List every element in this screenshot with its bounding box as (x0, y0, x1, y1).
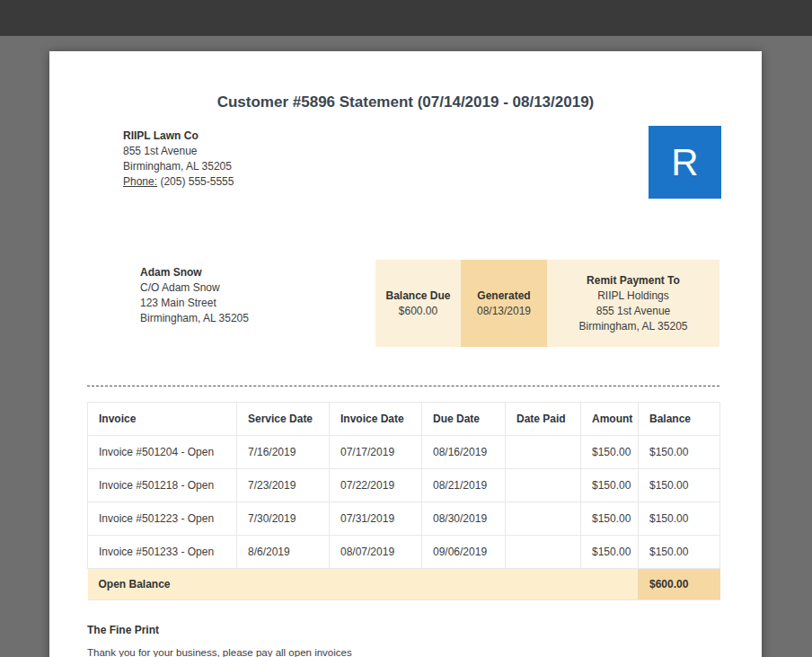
customer-name: Adam Snow (140, 265, 249, 280)
table-cell: 08/21/2019 (422, 469, 506, 502)
table-header-row: Invoice Service Date Invoice Date Due Da… (88, 403, 720, 436)
table-cell: 7/23/2019 (237, 469, 330, 502)
table-cell: 7/16/2019 (237, 436, 330, 469)
table-cell: 7/30/2019 (237, 502, 330, 536)
customer-care-of: C/O Adam Snow (140, 280, 249, 296)
table-cell: Invoice #501204 - Open (88, 436, 237, 469)
table-cell: 08/30/2019 (422, 502, 506, 536)
balance-due-label: Balance Due (385, 289, 450, 304)
table-row: Invoice #501218 - Open7/23/201907/22/201… (88, 469, 720, 502)
table-cell: $150.00 (581, 469, 639, 502)
viewer-background: { "document": { "title": "Customer #5896… (0, 0, 812, 657)
company-phone-line: Phone: (205) 555-5555 (123, 174, 234, 190)
table-cell: 08/16/2019 (422, 436, 506, 469)
column-header-date-paid: Date Paid (506, 403, 581, 436)
table-cell: $150.00 (639, 469, 720, 502)
column-header-service-date: Service Date (237, 403, 330, 436)
table-cell: 09/06/2019 (422, 536, 506, 569)
column-header-amount: Amount (581, 403, 639, 436)
table-cell (506, 436, 581, 469)
table-cell: $150.00 (639, 502, 720, 536)
table-cell: $150.00 (581, 502, 639, 536)
table-cell: Invoice #501223 - Open (88, 502, 237, 536)
table-cell: $150.00 (639, 536, 720, 569)
generated-label: Generated (477, 289, 530, 304)
table-cell (506, 502, 581, 536)
balance-due-cell: Balance Due $600.00 (375, 260, 461, 347)
column-header-invoice-date: Invoice Date (330, 403, 422, 436)
table-cell (506, 469, 581, 502)
column-header-invoice: Invoice (88, 403, 237, 436)
table-cell: $150.00 (581, 436, 639, 469)
remit-payment-cell: Remit Payment To RIIPL Holdings 855 1st … (547, 260, 719, 347)
company-address-line1: 855 1st Avenue (123, 144, 234, 159)
statement-title: Customer #5896 Statement (07/14/2019 - 0… (49, 93, 762, 111)
table-cell: Invoice #501218 - Open (88, 469, 237, 502)
table-cell: 07/17/2019 (330, 436, 422, 469)
column-header-balance: Balance (639, 403, 720, 436)
remit-name: RIIPL Holdings (597, 289, 669, 304)
table-row: Invoice #501223 - Open7/30/201907/31/201… (88, 502, 720, 536)
invoice-table: Invoice Service Date Invoice Date Due Da… (87, 402, 720, 600)
customer-block: Adam Snow C/O Adam Snow 123 Main Street … (140, 265, 249, 326)
table-cell: Invoice #501233 - Open (88, 536, 237, 569)
remit-label: Remit Payment To (587, 273, 680, 289)
table-row: Invoice #501233 - Open8/6/201908/07/2019… (88, 536, 720, 569)
generated-cell: Generated 08/13/2019 (461, 260, 547, 347)
table-cell: $150.00 (581, 536, 639, 569)
open-balance-label: Open Balance (88, 569, 639, 600)
viewer-top-chrome (0, 0, 812, 36)
invoice-table-body: Invoice #501204 - Open7/16/201907/17/201… (88, 436, 720, 569)
table-cell: 07/31/2019 (330, 502, 422, 536)
phone-label: Phone: (123, 175, 157, 188)
open-balance-row: Open Balance $600.00 (88, 569, 720, 600)
dashed-separator (87, 386, 719, 386)
phone-number: (205) 555-5555 (160, 175, 234, 188)
balance-due-value: $600.00 (399, 304, 437, 319)
statement-page: Customer #5896 Statement (07/14/2019 - 0… (49, 51, 762, 657)
company-name: RIIPL Lawn Co (123, 129, 234, 144)
table-cell: 08/07/2019 (330, 536, 422, 569)
company-block: RIIPL Lawn Co 855 1st Avenue Birmingham,… (123, 129, 234, 190)
open-balance-value: $600.00 (639, 569, 720, 600)
table-cell (506, 536, 581, 569)
fine-print-text: Thank you for your business, please pay … (87, 647, 352, 657)
table-cell: 8/6/2019 (237, 536, 330, 569)
table-cell: 07/22/2019 (330, 469, 422, 502)
company-address-line2: Birmingham, AL 35205 (123, 159, 234, 174)
logo-letter: R (671, 141, 698, 184)
remit-address-line1: 855 1st Avenue (596, 304, 671, 319)
table-row: Invoice #501204 - Open7/16/201907/17/201… (88, 436, 720, 469)
fine-print-heading: The Fine Print (87, 624, 159, 636)
remit-address-line2: Birmingham, AL 35205 (579, 319, 688, 334)
company-logo: R (649, 126, 721, 199)
summary-box: Balance Due $600.00 Generated 08/13/2019… (375, 260, 719, 347)
column-header-due-date: Due Date (422, 403, 506, 436)
generated-date: 08/13/2019 (477, 304, 531, 319)
table-cell: $150.00 (639, 436, 720, 469)
customer-address-line2: Birmingham, AL 35205 (140, 311, 249, 326)
customer-address-line1: 123 Main Street (140, 296, 249, 311)
